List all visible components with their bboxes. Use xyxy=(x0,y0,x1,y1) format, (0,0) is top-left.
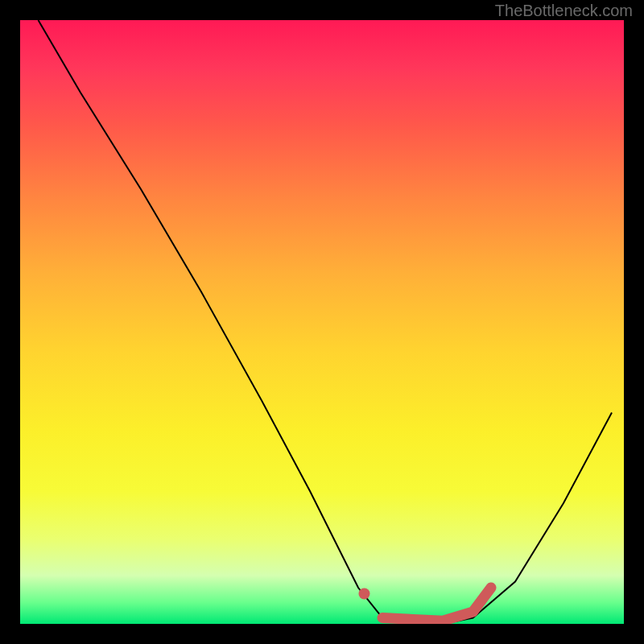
chart-canvas: TheBottleneck.com xyxy=(0,0,644,644)
watermark-text: TheBottleneck.com xyxy=(495,2,633,20)
highlight-dot xyxy=(359,588,370,600)
bottleneck-curve xyxy=(39,20,613,624)
chart-svg xyxy=(20,20,624,624)
highlight-segment xyxy=(382,588,491,621)
